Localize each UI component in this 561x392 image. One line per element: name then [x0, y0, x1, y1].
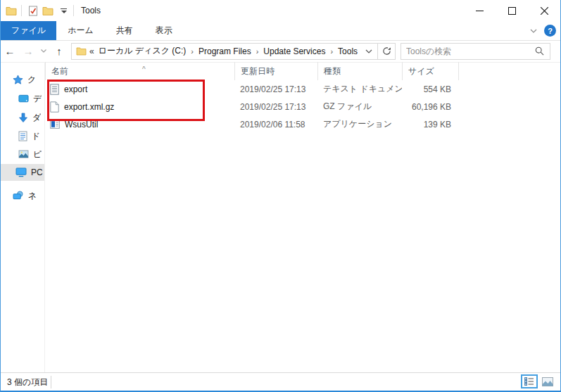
divider	[21, 5, 22, 16]
address-dropdown-icon[interactable]	[360, 44, 377, 59]
file-size: 139 KB	[402, 120, 458, 129]
sidebar-item-label: ダ	[32, 112, 41, 124]
documents-icon	[18, 131, 27, 141]
back-icon[interactable]: ←	[1, 45, 19, 57]
file-size: 554 KB	[402, 84, 458, 94]
sidebar-item-quick-access[interactable]: ク	[1, 71, 45, 88]
ribbon-tabs: ファイル ホーム 共有 表示 ?	[1, 21, 560, 41]
recent-locations-icon[interactable]	[37, 49, 50, 53]
file-name: export.xml.gz	[64, 102, 114, 112]
file-name: export	[64, 84, 87, 94]
up-icon[interactable]: ↑	[50, 45, 68, 57]
sort-ascending-icon: ^	[142, 61, 146, 79]
sidebar-item-desktop[interactable]: デ	[1, 90, 45, 107]
column-header-spacer	[458, 62, 560, 80]
file-type: アプリケーション	[317, 118, 402, 130]
column-header-name[interactable]: 名前	[45, 62, 234, 80]
table-row[interactable]: WsusUtil 2019/02/06 11:58 アプリケーション 139 K…	[45, 115, 560, 133]
sidebar-item-documents[interactable]: ド	[1, 127, 45, 144]
window-title: Tools	[81, 6, 101, 15]
column-headers: ^ 名前 更新日時 種類 サイズ	[45, 62, 560, 80]
file-list: ^ 名前 更新日時 種類 サイズ export 2019/02/25 17:13…	[45, 62, 560, 373]
sidebar-item-label: ピ	[33, 148, 42, 160]
sidebar-item-label: PC	[31, 167, 43, 177]
search-box	[401, 43, 550, 60]
expand-ribbon-icon[interactable]	[530, 29, 537, 33]
pictures-icon	[18, 150, 29, 158]
sidebar-item-downloads[interactable]: ダ	[1, 109, 45, 126]
file-modified: 2019/02/25 17:13	[234, 102, 317, 112]
pc-icon	[15, 167, 27, 177]
details-view-button[interactable]	[521, 374, 538, 388]
breadcrumb: « ローカル ディスク (C:) › Program Files › Updat…	[87, 44, 360, 59]
window-controls	[463, 0, 560, 21]
tab-share[interactable]: 共有	[105, 21, 144, 40]
file-size: 60,196 KB	[402, 102, 458, 112]
network-icon	[13, 191, 24, 201]
tab-home[interactable]: ホーム	[56, 21, 105, 40]
breadcrumb-item[interactable]: ローカル ディスク (C:)	[94, 45, 191, 57]
downloads-icon	[18, 113, 28, 123]
new-folder-icon[interactable]	[40, 5, 56, 17]
file-type: テキスト ドキュメント	[317, 83, 402, 95]
close-button[interactable]	[528, 0, 560, 21]
breadcrumb-item[interactable]: Update Services	[259, 46, 329, 56]
sidebar-item-label: ド	[32, 130, 40, 142]
file-icon	[50, 101, 59, 113]
breadcrumb-overflow[interactable]: «	[87, 46, 94, 56]
customize-qat-icon[interactable]	[58, 7, 69, 15]
status-bar: 3 個の項目	[1, 372, 560, 391]
sidebar-item-label: ネ	[28, 190, 37, 202]
search-input[interactable]	[401, 46, 529, 56]
desktop-icon	[18, 94, 29, 103]
sidebar-item-network[interactable]: ネ	[1, 187, 45, 204]
maximize-button[interactable]	[496, 0, 528, 21]
table-row[interactable]: export.xml.gz 2019/02/25 17:13 GZ ファイル 6…	[45, 98, 560, 115]
column-header-size[interactable]: サイズ	[402, 62, 458, 80]
tab-file[interactable]: ファイル	[1, 21, 56, 40]
forward-icon[interactable]: →	[19, 45, 37, 57]
application-icon	[50, 120, 60, 129]
explorer-app-icon	[6, 6, 17, 15]
sidebar-item-label: デ	[33, 93, 42, 105]
address-toolbar: ← → ↑ « ローカル ディスク (C:) › Program Files ›…	[1, 40, 560, 63]
sidebar-item-label: ク	[27, 74, 36, 86]
file-name: WsusUtil	[65, 120, 98, 129]
divider	[73, 5, 74, 16]
help-button[interactable]: ?	[544, 25, 556, 37]
folder-icon	[76, 47, 87, 56]
column-header-type[interactable]: 種類	[317, 62, 402, 80]
file-type: GZ ファイル	[317, 101, 402, 113]
sidebar-item-pc[interactable]: PC	[1, 164, 45, 181]
file-modified: 2019/02/25 17:13	[234, 84, 317, 94]
file-modified: 2019/02/06 11:58	[234, 120, 317, 129]
tab-view[interactable]: 表示	[144, 21, 184, 40]
properties-icon[interactable]	[26, 4, 40, 18]
large-icons-view-button[interactable]	[539, 374, 556, 388]
minimize-button[interactable]	[463, 0, 496, 21]
title-bar: Tools	[1, 0, 560, 21]
item-count: 3 個の項目	[1, 376, 51, 388]
breadcrumb-item[interactable]: Program Files	[194, 46, 256, 56]
navigation-pane: ク デ ダ ド ピ	[1, 62, 45, 373]
breadcrumb-item[interactable]: Tools	[334, 46, 360, 56]
refresh-icon[interactable]	[377, 44, 395, 59]
sidebar-item-pictures[interactable]: ピ	[1, 146, 45, 163]
search-icon[interactable]	[529, 46, 550, 56]
column-header-modified[interactable]: 更新日時	[234, 62, 317, 80]
text-document-icon	[50, 84, 59, 95]
table-row[interactable]: export 2019/02/25 17:13 テキスト ドキュメント 554 …	[45, 80, 560, 98]
quick-access-star-icon	[13, 75, 23, 85]
address-bar[interactable]: « ローカル ディスク (C:) › Program Files › Updat…	[71, 43, 396, 60]
explorer-window: Tools ファイル ホーム 共有 表示 ? ← →	[0, 0, 561, 392]
